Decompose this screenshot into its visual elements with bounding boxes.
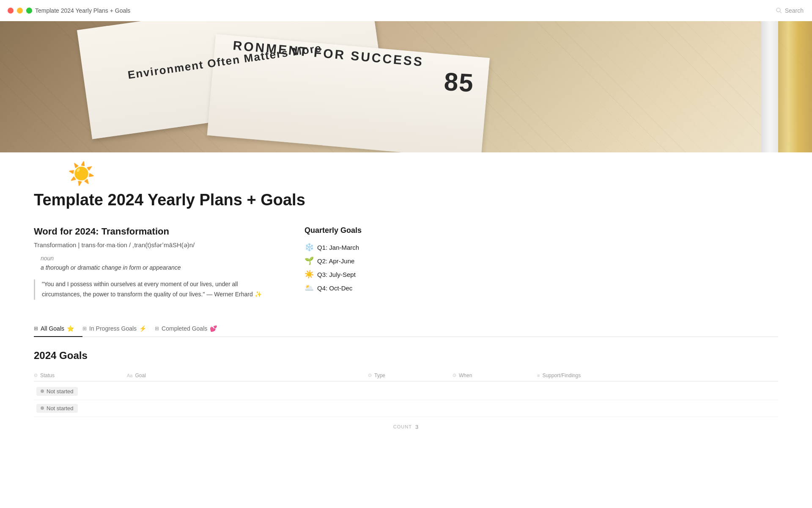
row2-type-cell[interactable]	[368, 405, 453, 411]
page-title: Template 2024 Yearly Plans + Goals	[34, 191, 778, 209]
tab-in-progress-goals[interactable]: ⊞ In Progress Goals ⚡	[82, 321, 155, 337]
col-type-icon: ⊙	[368, 373, 372, 378]
goals-table-heading: 2024 Goals	[34, 350, 778, 362]
row2-support-cell[interactable]	[537, 405, 778, 411]
word-section: Word for 2024: Transformation Transforma…	[34, 226, 271, 300]
q3-emoji: ☀️	[304, 270, 314, 279]
quarterly-item-q2[interactable]: 🌱 Q2: Apr-June	[304, 256, 778, 265]
window-controls	[8, 8, 32, 14]
col-when-icon: ⊙	[453, 373, 456, 378]
tabs-bar: ⊞ All Goals ⭐ ⊞ In Progress Goals ⚡ ⊞ Co…	[34, 321, 778, 337]
row1-when-cell[interactable]	[453, 388, 537, 395]
row2-status-label: Not started	[47, 405, 74, 411]
quote-text: "You and I possess within ourselves at e…	[42, 279, 271, 300]
row2-goal-cell[interactable]	[127, 405, 368, 411]
two-column-layout: Word for 2024: Transformation Transforma…	[34, 226, 778, 300]
top-bar: ☀️ Template 2024 Yearly Plans + Goals Se…	[0, 0, 812, 21]
word-heading: Word for 2024: Transformation	[34, 226, 271, 237]
col-support-header: ≡ Support/Findings	[537, 373, 778, 378]
col-goal-label: Goal	[135, 373, 145, 378]
quarterly-list: ❄️ Q1: Jan-March 🌱 Q2: Apr-June ☀️ Q3: J…	[304, 243, 778, 293]
search-label: Search	[785, 7, 804, 14]
tab-completed-emoji: 💕	[210, 325, 217, 332]
q1-emoji: ❄️	[304, 243, 314, 252]
quarterly-item-q4[interactable]: 🌥️ Q4: Oct-Dec	[304, 283, 778, 293]
q1-label: Q1: Jan-March	[317, 244, 359, 251]
tab-completed-label: Completed Goals	[162, 325, 207, 332]
row1-type-cell[interactable]	[368, 388, 453, 395]
minimize-button[interactable]	[17, 8, 23, 14]
row1-status-label: Not started	[47, 388, 74, 395]
page-emoji: ☀️	[68, 161, 778, 187]
maximize-button[interactable]	[26, 8, 32, 14]
tab-all-goals-icon: ⊞	[34, 326, 38, 331]
breadcrumb: ☀️ Template 2024 Yearly Plans + Goals	[25, 7, 130, 14]
row1-status-cell: Not started	[34, 384, 127, 399]
row1-status-badge: Not started	[36, 387, 78, 396]
col-when-label: When	[459, 373, 472, 378]
tab-completed-icon: ⊞	[155, 326, 159, 331]
tab-in-progress-icon: ⊞	[82, 326, 87, 331]
row1-status-dot	[41, 389, 44, 393]
tab-in-progress-label: In Progress Goals	[89, 325, 137, 332]
search-button[interactable]: Search	[776, 7, 804, 14]
svg-line-1	[780, 12, 782, 14]
table-header: ⊙ Status Aa Goal ⊙ Type ⊙ When ≡ Support…	[34, 370, 778, 381]
book-binding	[778, 21, 812, 152]
col-type-header: ⊙ Type	[368, 373, 453, 378]
col-type-label: Type	[374, 373, 385, 378]
q2-label: Q2: Apr-June	[317, 257, 354, 265]
row2-status-cell: Not started	[34, 400, 127, 416]
quote-block: "You and I possess within ourselves at e…	[34, 279, 271, 300]
col-support-label: Support/Findings	[542, 373, 581, 378]
col-status-icon: ⊙	[34, 373, 38, 378]
col-status-label: Status	[40, 373, 55, 378]
row2-status-dot	[41, 406, 44, 410]
table-row[interactable]: Not started	[34, 400, 778, 417]
q2-emoji: 🌱	[304, 256, 314, 265]
word-phonetic: Transformation | trans·for·ma·tion / ˌtr…	[34, 241, 271, 249]
quarterly-item-q3[interactable]: ☀️ Q3: July-Sept	[304, 270, 778, 279]
quarterly-goals-section: Quarterly Goals ❄️ Q1: Jan-March 🌱 Q2: A…	[304, 226, 778, 300]
tab-completed-goals[interactable]: ⊞ Completed Goals 💕	[155, 321, 225, 337]
hero-banner: Environment Often Matters More RONMENT F…	[0, 21, 812, 152]
col-status-header: ⊙ Status	[34, 373, 127, 378]
svg-point-0	[776, 8, 780, 12]
book-number: 85	[443, 67, 475, 98]
tab-all-goals-label: All Goals	[41, 325, 64, 332]
tab-all-goals-emoji: ⭐	[67, 325, 74, 332]
table-row[interactable]: Not started	[34, 383, 778, 400]
q4-emoji: 🌥️	[304, 283, 314, 293]
tab-all-goals[interactable]: ⊞ All Goals ⭐	[34, 321, 82, 337]
row2-status-badge: Not started	[36, 404, 78, 413]
close-button[interactable]	[8, 8, 14, 14]
col-goal-header: Aa Goal	[127, 373, 368, 378]
row2-when-cell[interactable]	[453, 405, 537, 411]
col-goal-icon: Aa	[127, 373, 132, 378]
quarterly-item-q1[interactable]: ❄️ Q1: Jan-March	[304, 243, 778, 252]
count-label: COUNT	[393, 424, 412, 429]
book-spine-light	[761, 21, 778, 152]
tab-in-progress-emoji: ⚡	[139, 325, 146, 332]
col-support-icon: ≡	[537, 373, 540, 378]
main-content: ☀️ Template 2024 Yearly Plans + Goals Wo…	[0, 161, 812, 471]
col-when-header: ⊙ When	[453, 373, 537, 378]
quarterly-heading: Quarterly Goals	[304, 226, 778, 235]
word-pos: noun	[34, 255, 271, 262]
search-icon	[776, 7, 782, 14]
count-row: COUNT 3	[34, 417, 778, 437]
row1-goal-cell[interactable]	[127, 388, 368, 395]
q3-label: Q3: July-Sept	[317, 271, 356, 278]
row1-support-cell[interactable]	[537, 388, 778, 395]
q4-label: Q4: Oct-Dec	[317, 284, 352, 292]
breadcrumb-text: Template 2024 Yearly Plans + Goals	[35, 7, 130, 14]
word-definition: a thorough or dramatic change in form or…	[34, 264, 271, 271]
count-value: 3	[415, 424, 419, 430]
